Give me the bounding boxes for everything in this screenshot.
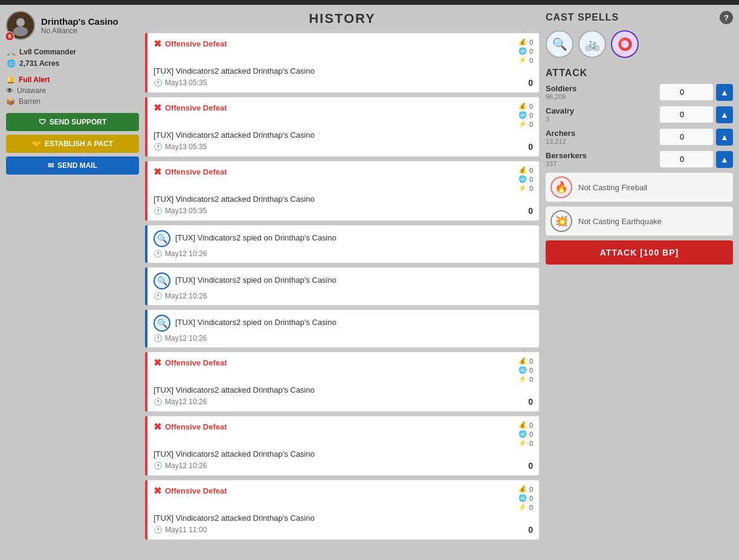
stat-coin: 0 xyxy=(529,167,533,174)
history-spy-header: 🔍 [TUX] Vindicators2 spied on Drinthap's… xyxy=(153,230,533,247)
earthquake-cast-label: Not Casting Earthquake xyxy=(578,217,662,226)
unit-info-cavalry: Cavalry 3 xyxy=(546,106,574,123)
exp-icon: ⚡ xyxy=(518,439,527,447)
history-footer: 🕐 May12 10:26 0 xyxy=(153,397,533,407)
exp-icon: ⚡ xyxy=(518,503,527,511)
history-type: ✖ Offensive Defeat xyxy=(153,485,227,497)
unit-up-btn-archers[interactable]: ▲ xyxy=(716,129,733,146)
stat-land: 0 xyxy=(529,112,533,119)
history-timestamp: May13 05:35 xyxy=(165,143,207,151)
stats-section: ⚔️ Lv8 Commander 🌐 2,731 Acres xyxy=(6,47,139,68)
search-spell-btn[interactable]: 🔍 xyxy=(546,30,573,58)
defeat-label: Offensive Defeat xyxy=(165,39,227,48)
spy-icon: 🔍 xyxy=(153,315,170,332)
defeat-cross-icon: ✖ xyxy=(153,166,161,178)
history-score: 0 xyxy=(528,461,533,471)
stat-land: 0 xyxy=(529,48,533,55)
unit-input-berserkers[interactable] xyxy=(659,150,714,168)
establish-pact-button[interactable]: 🤝 ESTABLISH A PACT xyxy=(6,135,139,153)
action-buttons: 🛡 SEND SUPPORT 🤝 ESTABLISH A PACT ✉ SEND… xyxy=(6,113,139,175)
history-item-1: ✖ Offensive Defeat 💰 0 🌐 0 ⚡ 0 xyxy=(145,97,540,157)
history-stats: 💰 0 🌐 0 ⚡ 0 xyxy=(518,38,533,64)
unit-row-cavalry: Cavalry 3 ▲ xyxy=(546,106,733,123)
attack-section: ATTACK Soldiers 96,209 ▲ Cavalry 3 xyxy=(546,68,733,265)
history-item-header: ✖ Offensive Defeat 💰 0 🌐 0 ⚡ 0 xyxy=(153,421,533,447)
exp-icon: ⚡ xyxy=(518,184,527,192)
send-mail-label: SEND MAIL xyxy=(57,161,97,170)
history-stats: 💰 0 🌐 0 ⚡ 0 xyxy=(518,485,533,511)
binoculars-spell-btn[interactable]: 🚲 xyxy=(578,30,606,58)
history-body: [TUX] Vindicators2 attacked Drinthap's C… xyxy=(153,385,533,394)
attack-button[interactable]: ATTACK [100 BP] xyxy=(546,240,733,265)
help-button[interactable]: ? xyxy=(720,11,733,24)
clock-icon: 🕐 xyxy=(153,397,163,406)
stat-exp: 0 xyxy=(529,504,533,511)
unit-count-soldiers: 96,209 xyxy=(546,93,576,100)
unit-count-berserkers: 337 xyxy=(546,160,587,167)
history-item-header: ✖ Offensive Defeat 💰 0 🌐 0 ⚡ 0 xyxy=(153,166,533,192)
stat-land-row: 🌐 0 xyxy=(518,175,533,183)
profile-header: 8 Drinthap's Casino No Alliance xyxy=(6,11,139,40)
history-body: [TUX] Vindicators2 attacked Drinthap's C… xyxy=(153,130,533,140)
stat-exp: 0 xyxy=(529,185,533,192)
send-support-button[interactable]: 🛡 SEND SUPPORT xyxy=(6,113,139,131)
unit-up-btn-soldiers[interactable]: ▲ xyxy=(716,84,733,101)
right-panel: CAST SPELLS ? 🔍 🚲 ⭕ ATTACK Soldiers 96 xyxy=(546,11,733,554)
stat-exp: 0 xyxy=(529,57,533,64)
unit-input-cavalry[interactable] xyxy=(659,106,714,123)
history-type: ✖ Offensive Defeat xyxy=(153,166,227,178)
stat-coin: 0 xyxy=(529,103,533,110)
history-stats: 💰 0 🌐 0 ⚡ 0 xyxy=(518,357,533,383)
stat-coin: 0 xyxy=(529,422,533,429)
unit-name-berserkers: Berserkers xyxy=(546,151,587,160)
history-footer: 🕐 May11 11:00 0 xyxy=(153,525,533,535)
history-score: 0 xyxy=(528,397,533,407)
unit-up-btn-cavalry[interactable]: ▲ xyxy=(716,106,733,123)
unit-input-soldiers[interactable] xyxy=(659,83,714,101)
stat-exp: 0 xyxy=(529,376,533,383)
unit-count-archers: 13,212 xyxy=(546,138,575,145)
history-item-2: ✖ Offensive Defeat 💰 0 🌐 0 ⚡ 0 xyxy=(145,161,540,221)
search-spell-icon: 🔍 xyxy=(552,37,567,51)
send-support-label: SEND SUPPORT xyxy=(50,118,107,126)
attack-title: ATTACK xyxy=(546,68,733,79)
history-type: ✖ Offensive Defeat xyxy=(153,421,227,433)
alert-icon: 🔔 xyxy=(6,76,15,84)
send-mail-button[interactable]: ✉ SEND MAIL xyxy=(6,156,139,175)
unaware-label: Unaware xyxy=(17,86,46,95)
left-panel: 8 Drinthap's Casino No Alliance ⚔️ Lv8 C… xyxy=(6,11,139,554)
stat-coin: 0 xyxy=(529,358,533,365)
stat-land: 0 xyxy=(529,431,533,438)
defeat-label: Offensive Defeat xyxy=(165,486,227,495)
history-time: 🕐 May12 10:26 xyxy=(153,397,207,406)
ring-spell-icon: ⭕ xyxy=(618,37,633,51)
spy-icon: 🔍 xyxy=(153,230,170,247)
support-icon: 🛡 xyxy=(39,118,46,126)
history-list: ✖ Offensive Defeat 💰 0 🌐 0 ⚡ 0 xyxy=(145,33,540,540)
coin-icon: 💰 xyxy=(518,166,527,174)
history-item-header: ✖ Offensive Defeat 💰 0 🌐 0 ⚡ 0 xyxy=(153,357,533,383)
fireball-spell-row: 🔥 Not Casting Fireball xyxy=(546,173,733,202)
binoculars-spell-icon: 🚲 xyxy=(585,37,600,51)
spy-clock-icon: 🕐 xyxy=(153,249,163,258)
history-footer: 🕐 May13 05:35 0 xyxy=(153,78,533,88)
unit-up-btn-berserkers[interactable]: ▲ xyxy=(716,151,733,168)
history-item-header: ✖ Offensive Defeat 💰 0 🌐 0 ⚡ 0 xyxy=(153,38,533,64)
ring-spell-btn[interactable]: ⭕ xyxy=(611,30,639,58)
history-timestamp: May13 05:35 xyxy=(165,79,207,87)
clock-icon: 🕐 xyxy=(153,207,163,215)
coin-icon: 💰 xyxy=(518,102,527,110)
unit-input-wrapper-berserkers: ▲ xyxy=(659,150,733,168)
unit-info-archers: Archers 13,212 xyxy=(546,129,575,145)
history-spy-body: [TUX] Vindicators2 spied on Drinthap's C… xyxy=(175,275,337,285)
earthquake-spell-cast-icon: 💥 xyxy=(550,210,572,232)
stat-exp-row: ⚡ 0 xyxy=(518,503,533,511)
stat-coin-row: 💰 0 xyxy=(518,421,533,429)
stat-level-row: ⚔️ Lv8 Commander xyxy=(6,47,139,57)
fireball-spell-cast-icon: 🔥 xyxy=(550,176,572,198)
history-stats: 💰 0 🌐 0 ⚡ 0 xyxy=(518,166,533,192)
coin-icon: 💰 xyxy=(518,38,527,46)
unit-row-berserkers: Berserkers 337 ▲ xyxy=(546,150,733,168)
defeat-cross-icon: ✖ xyxy=(153,102,161,114)
unit-input-archers[interactable] xyxy=(659,128,714,146)
